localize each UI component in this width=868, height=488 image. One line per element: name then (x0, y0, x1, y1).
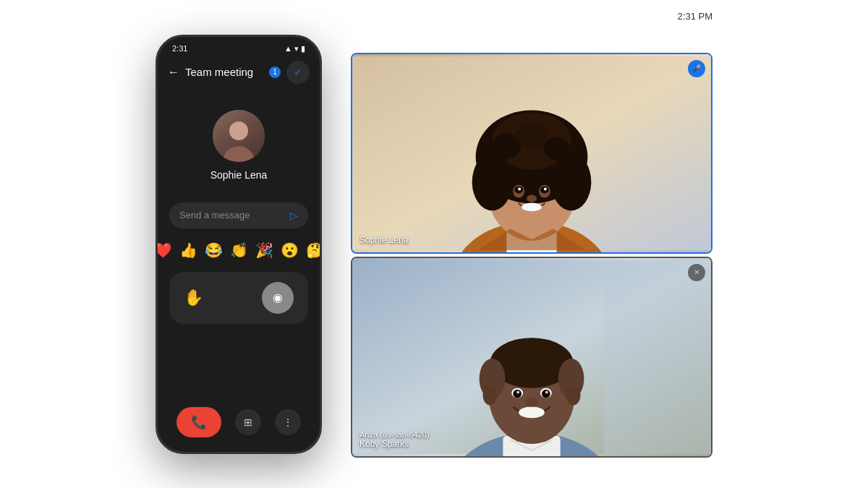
avatar (213, 110, 265, 162)
reaction-area: ✋ ◉ (169, 272, 308, 324)
battery-icon: ▮ (301, 44, 305, 53)
send-icon[interactable]: ▷ (290, 210, 298, 221)
sophie-label: Sophie Lena (359, 235, 408, 245)
meeting-title: Team meeting (185, 66, 260, 78)
video-bg-sophie (352, 54, 711, 252)
video-panel-wrapper: 2:31 PM (351, 31, 712, 458)
emoji-wow[interactable]: 😮 (281, 241, 299, 259)
koby-muted-indicator: ✕ (688, 264, 705, 281)
mic-button[interactable]: ◉ (262, 282, 294, 314)
svg-point-33 (566, 385, 581, 405)
raise-hand-icon[interactable]: ✋ (184, 288, 203, 307)
svg-rect-24 (603, 260, 711, 454)
avatar-name: Sophie Lena (210, 169, 268, 181)
svg-point-37 (542, 389, 550, 398)
emoji-laugh[interactable]: 😂 (205, 241, 223, 259)
checkmark-icon: ✓ (294, 67, 302, 78)
more-options-button[interactable]: ⋮ (275, 409, 301, 435)
phone-device: 2:31 ▲ ▾ ▮ ← Team meeting 1 ✓ (156, 35, 322, 454)
video-panel: 🎤 Sophie Lena (351, 53, 712, 458)
message-input-row[interactable]: Send a message ▷ (169, 202, 308, 228)
sophie-name: Sophie Lena (359, 235, 408, 245)
svg-point-32 (483, 385, 498, 405)
video-bg-koby (352, 258, 711, 456)
svg-point-21 (522, 202, 542, 211)
emoji-clap[interactable]: 👏 (230, 241, 248, 259)
back-button[interactable]: ← (168, 66, 179, 79)
mic-icon: ◉ (273, 291, 283, 304)
koby-label: Anza (us-san-6420) Koby Sparks (359, 430, 430, 449)
top-nav: ← Team meeting 1 ✓ (158, 56, 320, 88)
svg-point-13 (485, 146, 508, 175)
emoji-heart[interactable]: ❤️ (158, 241, 172, 259)
emoji-thumbsup[interactable]: 👍 (179, 241, 197, 259)
koby-name: Koby Sparks (359, 439, 430, 449)
wifi-icon: ▾ (294, 44, 299, 53)
svg-point-40 (519, 406, 545, 418)
muted-icon: ✕ (694, 268, 699, 276)
end-call-icon: 📞 (191, 414, 207, 430)
check-button[interactable]: ✓ (286, 61, 310, 84)
svg-point-36 (513, 389, 522, 398)
tablet-time: 2:31 PM (678, 11, 712, 22)
emoji-party[interactable]: 🎉 (255, 241, 273, 259)
svg-point-38 (516, 390, 519, 393)
svg-point-12 (516, 122, 548, 148)
phone-screen: 2:31 ▲ ▾ ▮ ← Team meeting 1 ✓ (158, 37, 320, 452)
status-icons: ▲ ▾ ▮ (284, 44, 305, 53)
participant-2-visual (352, 258, 711, 456)
svg-point-14 (556, 146, 579, 175)
sophie-mic-indicator: 🎤 (688, 60, 705, 77)
status-bar: 2:31 ▲ ▾ ▮ (158, 37, 320, 56)
phone-time: 2:31 (172, 44, 187, 53)
caption-button[interactable]: ⊞ (235, 409, 261, 435)
participant-badge: 1 (269, 67, 281, 78)
bottom-controls: 📞 ⊞ ⋮ (158, 398, 320, 452)
svg-point-19 (518, 187, 521, 190)
tablet-status-bar: 2:31 PM (678, 11, 712, 22)
koby-location: Anza (us-san-6420) (359, 430, 430, 439)
scene: 2:31 ▲ ▾ ▮ ← Team meeting 1 ✓ (0, 0, 868, 488)
svg-point-20 (544, 187, 547, 190)
svg-point-39 (545, 390, 548, 393)
message-placeholder[interactable]: Send a message (179, 210, 284, 221)
phone-shell: 2:31 ▲ ▾ ▮ ← Team meeting 1 ✓ (156, 35, 322, 454)
caption-icon: ⊞ (244, 416, 252, 428)
avatar-area: Sophie Lena (158, 88, 320, 195)
participant-1-visual (352, 54, 711, 252)
end-call-button[interactable]: 📞 (176, 407, 221, 437)
svg-point-41 (525, 397, 538, 407)
emoji-bar: ❤️ 👍 😂 👏 🎉 😮 🤔 (158, 236, 320, 265)
avatar-face (213, 110, 265, 162)
svg-point-22 (527, 194, 537, 202)
more-icon: ⋮ (283, 416, 293, 428)
signal-icon: ▲ (284, 44, 292, 53)
video-participant-1: 🎤 Sophie Lena (351, 53, 712, 254)
video-participant-2: ✕ Anza (us-san-6420) Koby Sparks (351, 257, 712, 458)
emoji-think[interactable]: 🤔 (306, 241, 320, 259)
mic-active-icon: 🎤 (692, 64, 701, 72)
